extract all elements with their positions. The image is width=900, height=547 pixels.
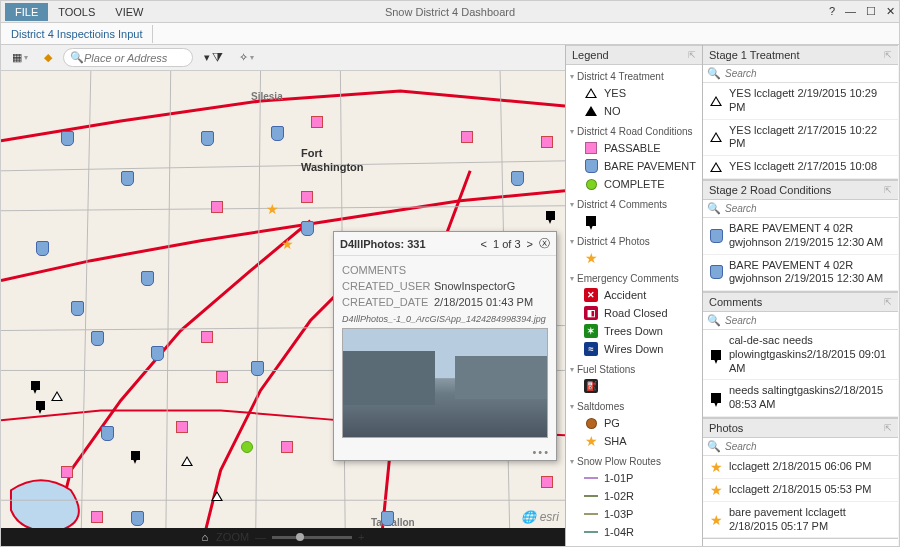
list-item[interactable]: BARE PAVEMENT 4 02R gwjohnson 2/19/2015 … [703, 255, 898, 292]
legend-item-label: Wires Down [604, 343, 663, 355]
zoom-out-icon[interactable]: — [255, 531, 266, 543]
map-label-silesia: Silesia [251, 91, 283, 102]
list-item-text: BARE PAVEMENT 4 02R gwjohnson 2/19/2015 … [729, 222, 892, 250]
legend-item: NO [570, 102, 698, 120]
filter-tool[interactable]: ▾⧩ [199, 47, 228, 69]
popup-prev-icon[interactable]: < [481, 238, 487, 250]
popup-title: D4IllPhotos: 331 [340, 238, 426, 250]
feature-popup: D4IllPhotos: 331 < 1 of 3 > ⓧ COMMENTS C… [333, 231, 557, 461]
pin-icon[interactable]: ⇱ [884, 50, 892, 60]
legend-item-label: 1-04R [604, 526, 634, 538]
esri-logo: 🌐 esri [521, 510, 559, 524]
legend-item-label: Road Closed [604, 307, 668, 319]
legend-item [570, 212, 698, 230]
legend-group-title[interactable]: ▾ District 4 Treatment [570, 69, 698, 84]
help-icon[interactable]: ? [829, 5, 835, 18]
status-bar: ⌂ ZOOM — + [1, 528, 565, 546]
legend-item: 1-02R [570, 487, 698, 505]
popup-field-key: CREATED_DATE [342, 296, 428, 308]
map-search-input[interactable] [84, 52, 186, 64]
list-item[interactable]: YES lcclagett 2/19/2015 10:29 PM [703, 83, 898, 120]
minimize-icon[interactable]: — [845, 5, 856, 18]
side-section-header[interactable]: Comments⇱ [703, 292, 898, 312]
map-search[interactable]: 🔍 [63, 48, 193, 67]
pin-icon[interactable]: ⇱ [884, 423, 892, 433]
pin-icon[interactable]: ⇱ [688, 50, 696, 60]
list-item-text: cal-de-sac needs plowingtgaskins2/18/201… [729, 334, 892, 375]
search-icon: 🔍 [707, 202, 721, 215]
select-tool[interactable]: ✧ ▾ [234, 48, 259, 67]
side-section-header[interactable]: Photos⇱ [703, 418, 898, 438]
legend-item: ✕Accident [570, 286, 698, 304]
tab-inspections-input[interactable]: District 4 Inspectioins Input [1, 25, 153, 43]
popup-menu-icon[interactable]: ••• [334, 444, 556, 460]
map-canvas[interactable]: FortWashington Silesia Tantallon Park ★★… [1, 71, 565, 528]
legend-item-label: SHA [604, 435, 627, 447]
chevron-down-icon: ▾ [570, 72, 574, 81]
legend-item: PG [570, 414, 698, 432]
side-search-input[interactable] [725, 203, 894, 214]
chevron-down-icon: ▾ [570, 457, 574, 466]
legend-panel: Legend⇱ ▾ District 4 TreatmentYESNO▾ Dis… [566, 45, 703, 546]
list-item[interactable]: cal-de-sac needs plowingtgaskins2/18/201… [703, 330, 898, 380]
legend-group-title[interactable]: ▾ Fuel Stations [570, 362, 698, 377]
pin-icon[interactable]: ⇱ [884, 185, 892, 195]
popup-field-value: SnowInspectorG [434, 280, 515, 292]
popup-pager: 1 of 3 [493, 238, 521, 250]
menu-view[interactable]: VIEW [105, 3, 153, 21]
legend-item-label: 1-05P [604, 544, 633, 546]
legend-item: 1-03P [570, 505, 698, 523]
list-item[interactable]: ★bare pavement lcclagett 2/18/2015 05:17… [703, 502, 898, 539]
legend-item-label: BARE PAVEMENT [604, 160, 696, 172]
home-icon[interactable]: ⌂ [201, 531, 208, 543]
list-item[interactable]: needs saltingtgaskins2/18/2015 08:53 AM [703, 380, 898, 417]
search-icon: 🔍 [70, 51, 84, 64]
list-item-text: lcclagett 2/18/2015 05:53 PM [729, 483, 892, 497]
popup-next-icon[interactable]: > [527, 238, 533, 250]
basemap-tool[interactable]: ▦ ▾ [7, 48, 33, 67]
menubar: FILE TOOLS VIEW Snow District 4 Dashboar… [1, 1, 899, 23]
list-item[interactable]: YES lcclagett 2/17/2015 10:08 [703, 156, 898, 179]
legend-group-title[interactable]: ▾ Saltdomes [570, 399, 698, 414]
side-search-input[interactable] [725, 315, 894, 326]
side-search-input[interactable] [725, 441, 894, 452]
legend-item: COMPLETE [570, 175, 698, 193]
list-item[interactable]: YES lcclagett 2/17/2015 10:22 PM [703, 120, 898, 157]
list-item-text: BARE PAVEMENT 4 02R gwjohnson 2/19/2015 … [729, 259, 892, 287]
popup-close-icon[interactable]: ⓧ [539, 236, 550, 251]
legend-item-label: 1-01P [604, 472, 633, 484]
list-item-text: bare pavement lcclagett 2/18/2015 05:17 … [729, 506, 892, 534]
close-icon[interactable]: ✕ [886, 5, 895, 18]
legend-item: ≈Wires Down [570, 340, 698, 358]
legend-group-title[interactable]: ▾ District 4 Comments [570, 197, 698, 212]
legend-title: Legend [572, 49, 609, 61]
legend-item-label: PASSABLE [604, 142, 661, 154]
legend-item-label: YES [604, 87, 626, 99]
legend-group-title[interactable]: ▾ District 4 Photos [570, 234, 698, 249]
side-section-header[interactable]: Stage 2 Road Conditions⇱ [703, 180, 898, 200]
tab-bar: District 4 Inspectioins Input [1, 23, 899, 45]
side-section-header[interactable]: Stage 1 Treatment⇱ [703, 45, 898, 65]
layers-tool[interactable]: ◆ [39, 48, 57, 67]
legend-item: ✶Trees Down [570, 322, 698, 340]
pin-icon[interactable]: ⇱ [884, 297, 892, 307]
zoom-in-icon[interactable]: + [358, 531, 364, 543]
side-search-input[interactable] [725, 68, 894, 79]
list-item[interactable]: ★lcclagett 2/18/2015 06:06 PM [703, 456, 898, 479]
zoom-slider[interactable] [272, 536, 352, 539]
legend-item: ★ [570, 249, 698, 267]
legend-group-title[interactable]: ▾ District 4 Road Conditions [570, 124, 698, 139]
legend-group-title[interactable]: ▾ Emergency Comments [570, 271, 698, 286]
list-item[interactable]: ★lcclagett 2/18/2015 05:53 PM [703, 479, 898, 502]
menu-file[interactable]: FILE [5, 3, 48, 21]
legend-item: 1-05P [570, 541, 698, 546]
legend-group-title[interactable]: ▾ Snow Plow Routes [570, 454, 698, 469]
legend-item: ★SHA [570, 432, 698, 450]
menu-tools[interactable]: TOOLS [48, 3, 105, 21]
side-panels: Stage 1 Treatment⇱🔍YES lcclagett 2/19/20… [703, 45, 898, 546]
list-item[interactable]: BARE PAVEMENT 4 02R gwjohnson 2/19/2015 … [703, 218, 898, 255]
legend-item-label: NO [604, 105, 621, 117]
legend-item: 1-01P [570, 469, 698, 487]
list-item-text: YES lcclagett 2/17/2015 10:22 PM [729, 124, 892, 152]
maximize-icon[interactable]: ☐ [866, 5, 876, 18]
